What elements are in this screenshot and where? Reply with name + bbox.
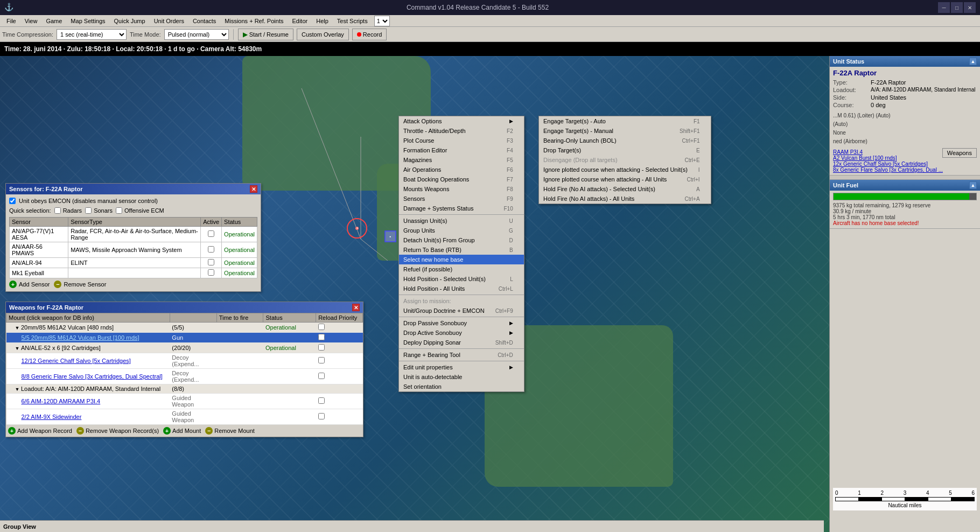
time-compression-select[interactable]: 1 sec (real-time) [57, 29, 127, 40]
ctx-item-7[interactable]: Mounts WeaponsF8 [399, 184, 524, 194]
weapon-link-0-0[interactable]: 5/5 20mm/85 M61A2 Vulcan Burst [100 rnds… [22, 334, 139, 341]
chaff-link[interactable]: 12x Generic Chaff Salvo [5x Cartridges] [833, 161, 928, 167]
weapon-row-0-0[interactable]: 5/5 20mm/85 M61A2 Vulcan Burst [100 rnds… [6, 333, 363, 343]
ctx-item-16[interactable]: Refuel (if possible) [399, 264, 524, 274]
ctx-item-4[interactable]: MagazinesF5 [399, 155, 524, 165]
flare-link[interactable]: 8x Generic Flare Salvo [3x Cartridges, D… [833, 167, 943, 173]
ctx-item-12[interactable]: Group UnitsG [399, 226, 524, 235]
amraam-link[interactable]: RAAM P3I.4 [833, 149, 863, 155]
sensors-close-button[interactable]: ✕ [250, 185, 257, 193]
weapon-link-2-0[interactable]: 6/6 AIM-120D AMRAAM P3I.4 [22, 398, 101, 404]
radars-checkbox[interactable] [54, 207, 61, 214]
ctx-item-9[interactable]: Damage + Systems StatusF10 [399, 204, 524, 213]
sensor-row-3[interactable]: Mk1 EyeballOperational [10, 268, 257, 278]
ctx-item-18[interactable]: Hold Position - All UnitsCtrl+L [399, 284, 524, 293]
group-reload-cb-1[interactable] [318, 344, 325, 351]
offensive-ecm-checkbox[interactable] [116, 207, 122, 214]
record-button[interactable]: Record [352, 29, 387, 40]
weapon-reload-cb-1-0[interactable] [318, 357, 325, 363]
ctx-item-17[interactable]: Hold Position - Selected Unit(s)L [399, 274, 524, 284]
ctx-item-0[interactable]: Attack Options [399, 116, 524, 126]
weapon-row-1-0[interactable]: 12/12 Generic Chaff Salvo [5x Cartridges… [6, 353, 363, 369]
ctx-item-27[interactable]: Range + Bearing ToolCtrl+D [399, 350, 524, 360]
restore-button[interactable]: □ [951, 2, 963, 13]
menu-map-settings[interactable]: Map Settings [66, 15, 109, 26]
add-sensor-button[interactable]: + Add Sensor [9, 281, 50, 288]
menu-editor[interactable]: Editor [288, 15, 312, 26]
sub-ctx-item-8[interactable]: Hold Fire (No AI attacks) - All UnitsCtr… [539, 194, 711, 204]
ctx-item-30[interactable]: Unit is auto-detectable [399, 372, 524, 382]
menu-quick-jump[interactable]: Quick Jump [110, 15, 150, 26]
unit-marker-f22[interactable]: ✈ [346, 218, 368, 239]
start-resume-button[interactable]: ▶ Start / Resume [238, 29, 293, 40]
unit-fuel-expand[interactable]: ▲ [969, 181, 977, 189]
sensor-active-cb-3[interactable] [208, 269, 214, 276]
ctx-item-1[interactable]: Throttle - Altitude/DepthF2 [399, 126, 524, 136]
ctx-item-11[interactable]: Unassign Unit(s)U [399, 216, 524, 226]
time-mode-select[interactable]: Pulsed (normal) [164, 29, 229, 40]
weapon-link-1-1[interactable]: 8/8 Generic Flare Salvo [3x Cartridges, … [22, 373, 163, 380]
weapon-reload-cb-1-1[interactable] [318, 373, 325, 379]
add-mount-button[interactable]: + Add Mount [163, 427, 201, 435]
sensor-active-cb-0[interactable] [208, 230, 214, 237]
weapons-button[interactable]: Weapons [942, 148, 977, 158]
sub-ctx-item-1[interactable]: Engage Target(s) - ManualShift+F1 [539, 126, 711, 136]
weapon-row-2-0[interactable]: 6/6 AIM-120D AMRAAM P3I.4Guided Weapon [6, 394, 363, 409]
weapon-reload-cb-2-0[interactable] [318, 397, 325, 404]
weapon-link-1-0[interactable]: 12/12 Generic Chaff Salvo [5x Cartridges… [22, 358, 131, 364]
vulcan-link[interactable]: A2 Vulcan Burst [100 rnds] [833, 155, 897, 161]
sub-ctx-item-2[interactable]: Bearing-Only Launch (BOL)Ctrl+F1 [539, 136, 711, 145]
weapon-reload-cb-0-0[interactable] [318, 334, 325, 340]
remove-mount-button[interactable]: − Remove Mount [205, 427, 255, 435]
ctx-item-8[interactable]: SensorsF9 [399, 194, 524, 204]
menu-game[interactable]: Game [41, 15, 66, 26]
menu-help[interactable]: Help [312, 15, 333, 26]
add-weapon-record-button[interactable]: + Add Weapon Record [8, 427, 72, 435]
weapon-group-row-2[interactable]: ▼ Loadout: A/A: AIM-120D AMRAAM, Standar… [6, 384, 363, 394]
remove-sensor-button[interactable]: − Remove Sensor [54, 281, 106, 288]
weapons-close-button[interactable]: ✕ [352, 304, 360, 311]
weapon-row-1-1[interactable]: 8/8 Generic Flare Salvo [3x Cartridges, … [6, 369, 363, 384]
unit-marker-2[interactable]: ▪ [382, 228, 398, 246]
sensor-active-cb-1[interactable] [208, 246, 214, 253]
ctx-item-13[interactable]: Detach Unit(s) From GroupD [399, 235, 524, 245]
ctx-item-21[interactable]: Unit/Group Doctrine + EMCONCtrl+F9 [399, 306, 524, 316]
scenario-selector[interactable]: 1 [374, 16, 390, 26]
ctx-item-3[interactable]: Formation EditorF4 [399, 145, 524, 155]
sensor-row-1[interactable]: AN/AAR-56 PMAWSMAWS, Missile Approach Wa… [10, 242, 257, 258]
sensor-active-cb-2[interactable] [208, 259, 214, 265]
ctx-item-2[interactable]: Plot CourseF3 [399, 136, 524, 145]
ctx-item-6[interactable]: Boat Docking OperationsF7 [399, 174, 524, 184]
ctx-item-31[interactable]: Set orientation [399, 382, 524, 391]
sub-ctx-item-5[interactable]: Ignore plotted course when attacking - S… [539, 165, 711, 174]
ctx-item-23[interactable]: Drop Passive Sonobuoy [399, 318, 524, 328]
weapon-group-row-1[interactable]: ▼ AN/ALE-52 x 6 [92 Cartridges](20/20)Op… [6, 343, 363, 353]
sensor-row-0[interactable]: AN/APG-77(V)1 AESARadar, FCR, Air-to-Air… [10, 227, 257, 242]
ctx-item-29[interactable]: Edit unit properties [399, 362, 524, 372]
weapon-row-2-1[interactable]: 2/2 AIM-9X SidewinderGuided Weapon [6, 409, 363, 425]
weapon-reload-cb-2-1[interactable] [318, 413, 325, 419]
sensor-row-2[interactable]: AN/ALR-94ELINTOperational [10, 258, 257, 268]
sub-ctx-item-3[interactable]: Drop Target(s)E [539, 145, 711, 155]
remove-weapon-record-button[interactable]: − Remove Weapon Record(s) [76, 427, 159, 435]
ctx-item-14[interactable]: Return To Base (RTB)B [399, 245, 524, 255]
minimize-button[interactable]: ─ [938, 2, 950, 13]
ctx-item-24[interactable]: Drop Active Sonobuoy [399, 328, 524, 338]
weapon-group-row-0[interactable]: ▼ 20mm/85 M61A2 Vulcan [480 rnds](5/5)Op… [6, 323, 363, 333]
emcon-checkbox[interactable] [9, 198, 16, 204]
sub-ctx-item-7[interactable]: Hold Fire (No AI attacks) - Selected Uni… [539, 184, 711, 194]
menu-missions[interactable]: Missions + Ref. Points [220, 15, 288, 26]
menu-contacts[interactable]: Contacts [188, 15, 220, 26]
menu-view[interactable]: View [20, 15, 42, 26]
menu-test-scripts[interactable]: Test Scripts [333, 15, 372, 26]
group-reload-cb-0[interactable] [318, 324, 325, 330]
sonars-checkbox[interactable] [85, 207, 92, 214]
ctx-item-25[interactable]: Deploy Dipping SonarShift+D [399, 338, 524, 347]
menu-unit-orders[interactable]: Unit Orders [150, 15, 188, 26]
sub-ctx-item-6[interactable]: Ignore plotted course when attacking - A… [539, 174, 711, 184]
unit-status-expand[interactable]: ▲ [969, 58, 977, 65]
ctx-item-15[interactable]: Select new home base [399, 255, 524, 264]
custom-overlay-button[interactable]: Custom Overlay [297, 29, 349, 40]
menu-file[interactable]: File [2, 15, 20, 26]
close-button[interactable]: ✕ [964, 2, 976, 13]
